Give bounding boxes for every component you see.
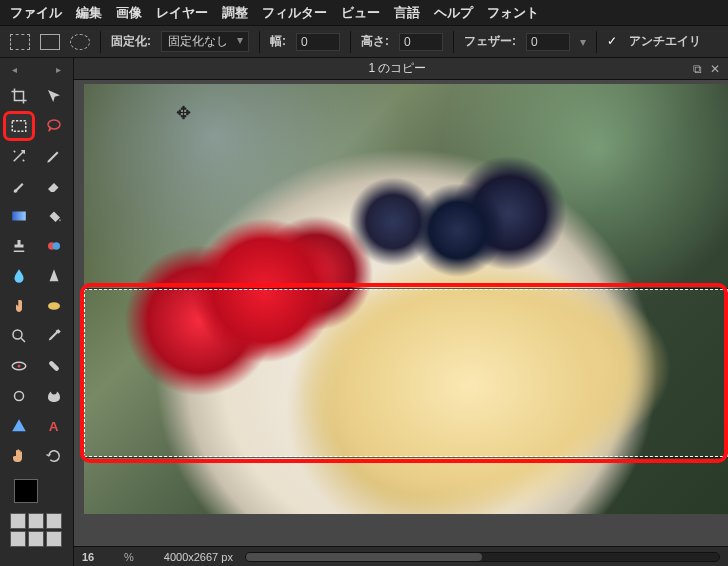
svg-point-7 [18,365,21,368]
document-tab-bar: 1 のコピー ⧉ ✕ [74,58,728,80]
redeye-tool[interactable] [5,353,33,379]
fixed-label: 固定化: [111,33,151,50]
antialias-label: アンチエイリ [629,33,701,50]
eye-icon [10,357,28,375]
zoom-unit: % [124,551,134,563]
separator [259,31,260,53]
lasso-tool[interactable] [40,113,68,139]
collapse-left-icon[interactable]: ◂ [12,64,17,75]
width-label: 幅: [270,33,286,50]
menu-image[interactable]: 画像 [116,4,142,22]
drop-icon [10,267,28,285]
sponge-tool[interactable] [40,293,68,319]
canvas[interactable]: ✥ [74,80,728,546]
move-tool[interactable] [40,83,68,109]
svg-rect-1 [13,212,27,221]
height-input[interactable] [399,33,443,51]
menu-help[interactable]: ヘルプ [434,4,473,22]
zoom-tool[interactable] [5,323,33,349]
menu-lang[interactable]: 言語 [394,4,420,22]
blur-tool[interactable] [5,263,33,289]
height-label: 高さ: [361,33,389,50]
feather-label: フェザー: [464,33,516,50]
width-input[interactable] [296,33,340,51]
heal-tool[interactable] [40,353,68,379]
separator [350,31,351,53]
document-tab-title[interactable]: 1 のコピー [102,60,693,77]
hand-icon [10,447,28,465]
zoom-icon [10,327,28,345]
bucket-tool[interactable] [40,203,68,229]
arrow-icon [45,87,63,105]
menu-edit[interactable]: 編集 [76,4,102,22]
rotate-tool[interactable] [40,443,68,469]
brush-icon [10,177,28,195]
feather-input[interactable] [526,33,570,51]
svg-point-10 [18,395,21,398]
finger-icon [10,297,28,315]
rectangular-marquee-tool[interactable] [5,113,33,139]
svg-rect-8 [48,360,60,372]
fixed-select[interactable]: 固定化なし [161,31,249,52]
foreground-color-swatch[interactable] [14,479,38,503]
text-icon: A [45,417,63,435]
background-swatches[interactable] [10,513,69,547]
text-tool[interactable]: A [40,413,68,439]
menu-filter[interactable]: フィルター [262,4,327,22]
picker-tool[interactable] [40,323,68,349]
brush-tool[interactable] [5,173,33,199]
menu-adjust[interactable]: 調整 [222,4,248,22]
menu-file[interactable]: ファイル [10,4,62,22]
popout-icon[interactable]: ⧉ [693,62,702,76]
gradient-icon [10,207,28,225]
svg-rect-0 [13,121,27,132]
marquee-rect-icon[interactable] [10,34,30,50]
rotate-icon [45,447,63,465]
close-tab-icon[interactable]: ✕ [710,62,720,76]
color-replace-tool[interactable] [40,233,68,259]
pencil-tool[interactable] [40,143,68,169]
sponge-icon [45,297,63,315]
sharpen-icon [45,267,63,285]
marquee-ellipse-icon[interactable] [70,34,90,50]
svg-point-5 [13,330,22,339]
menu-layer[interactable]: レイヤー [156,4,208,22]
menu-view[interactable]: ビュー [341,4,380,22]
eyedropper-icon [45,327,63,345]
svg-point-4 [48,302,60,310]
gradient-tool[interactable] [5,203,33,229]
color-replace-icon [45,237,63,255]
collapse-right-icon[interactable]: ▸ [56,64,61,75]
dodge-tool[interactable] [5,383,33,409]
crop-icon [10,87,28,105]
wand-tool[interactable] [5,143,33,169]
options-bar: 固定化: 固定化なし 幅: 高さ: フェザー: ▾ アンチエイリ [0,26,728,58]
status-bar: 16 % 4000x2667 px [74,546,728,566]
wand-icon [10,147,28,165]
bandaid-icon [45,357,63,375]
toolbox: ◂ ▸ [0,58,74,566]
pencil-icon [45,147,63,165]
crop-tool[interactable] [5,83,33,109]
zoom-value[interactable]: 16 [82,551,112,563]
menu-bar: ファイル 編集 画像 レイヤー 調整 フィルター ビュー 言語 ヘルプ フォント [0,0,728,26]
bucket-icon [45,207,63,225]
shape-tool[interactable] [5,413,33,439]
clone-tool[interactable] [5,233,33,259]
svg-point-3 [52,242,60,250]
horizontal-scrollbar[interactable] [245,552,720,562]
dodge-icon [10,387,28,405]
marquee-rect-icon [10,117,28,135]
marquee-solid-icon[interactable] [40,34,60,50]
burn-tool[interactable] [40,383,68,409]
separator [100,31,101,53]
antialias-checkbox[interactable] [607,36,619,48]
hand-tool[interactable] [5,443,33,469]
smudge-tool[interactable] [5,293,33,319]
menu-font[interactable]: フォント [487,4,539,22]
sharpen-tool[interactable] [40,263,68,289]
stamp-icon [10,237,28,255]
eraser-tool[interactable] [40,173,68,199]
shape-icon [10,417,28,435]
separator [596,31,597,53]
